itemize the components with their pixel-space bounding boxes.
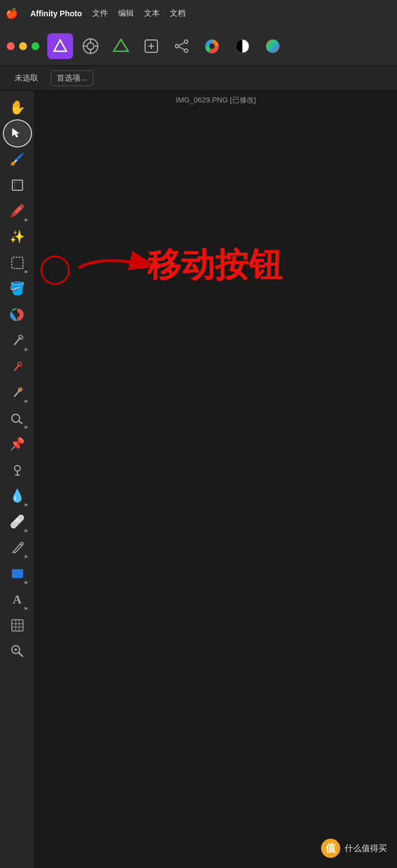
move-tool-highlight [40, 256, 70, 285]
zoom-tool[interactable] [4, 639, 30, 664]
color2-icon[interactable] [229, 33, 255, 59]
develop-icon[interactable] [78, 33, 103, 59]
svg-line-47 [19, 652, 22, 656]
svg-point-13 [175, 44, 179, 48]
svg-line-16 [179, 47, 184, 50]
svg-line-15 [179, 42, 184, 46]
canvas-title: IMG_0629.PNG [已修改] [176, 95, 256, 105]
blur-tool[interactable]: ▶ [4, 406, 30, 431]
traffic-lights [7, 42, 39, 50]
svg-rect-40 [12, 569, 23, 578]
text-tool[interactable]: A ▶ [4, 587, 30, 612]
fill-tool[interactable]: 🪣 [4, 276, 30, 301]
color-picker-tool[interactable] [4, 302, 30, 327]
sponge-tool[interactable] [4, 354, 30, 379]
canvas-area: IMG_0629.PNG [已修改] 移动按钮 值 什么值得买 [35, 91, 397, 868]
close-button[interactable] [7, 42, 15, 50]
menu-edit[interactable]: 编辑 [118, 8, 134, 19]
menubar: 🍎 Affinity Photo 文件 编辑 文本 文档 [0, 0, 397, 26]
menu-file[interactable]: 文件 [92, 8, 108, 19]
crop-tool[interactable] [4, 173, 30, 198]
affinity-photo-icon[interactable] [47, 33, 73, 59]
main-area: ✋ 🖌️ 🖍️ ▶ ✨ [0, 91, 397, 868]
magic-wand-tool[interactable]: ✨ [4, 225, 30, 249]
grid-warp-tool[interactable] [4, 613, 30, 638]
healing-tool[interactable]: 🩹 ▶ [4, 509, 30, 534]
annotation-text: 移动按钮 [147, 243, 282, 288]
dodge-burn-tool[interactable]: ▶ [4, 328, 30, 353]
vector-icon[interactable] [108, 33, 134, 59]
main-toolbar [0, 26, 397, 66]
menu-text[interactable]: 文本 [144, 8, 160, 19]
menu-document[interactable]: 文档 [170, 8, 186, 19]
paint-brush-tool[interactable]: 🖌️ [4, 147, 30, 172]
svg-rect-22 [12, 180, 22, 190]
svg-point-3 [87, 43, 94, 50]
watermark-icon-text: 值 [326, 842, 336, 855]
share-icon[interactable] [169, 33, 195, 59]
pen-tool[interactable]: ▶ [4, 535, 30, 560]
shape-tool[interactable]: ▶ [4, 561, 30, 586]
annotation-arrow [73, 251, 163, 287]
brush-tool2[interactable]: 🖍️ ▶ [4, 199, 30, 223]
watermark-icon: 值 [321, 839, 340, 858]
move-tool[interactable] [4, 121, 30, 146]
svg-line-39 [12, 552, 13, 553]
svg-rect-25 [12, 257, 23, 269]
color3-icon[interactable] [260, 33, 286, 59]
selection-tool[interactable]: ▶ [4, 250, 30, 275]
maximize-button[interactable] [31, 42, 39, 50]
retouch-tool[interactable] [4, 458, 30, 482]
svg-point-38 [20, 543, 23, 545]
svg-point-14 [184, 49, 188, 52]
svg-point-12 [184, 40, 188, 43]
preferences-button[interactable]: 首选项... [51, 70, 93, 86]
apple-icon: 🍎 [6, 7, 18, 20]
no-selection-label: 未选取 [9, 71, 44, 86]
stamp-tool[interactable]: 📌 [4, 432, 30, 457]
svg-marker-21 [12, 128, 19, 137]
left-toolbar: ✋ 🖌️ 🖍️ ▶ ✨ [0, 91, 35, 868]
svg-point-18 [209, 43, 215, 49]
subtoolbar: 未选取 首选项... [0, 66, 397, 91]
hand-tool[interactable]: ✋ [4, 95, 30, 120]
svg-point-35 [15, 466, 20, 471]
watermark: 值 什么值得买 [321, 839, 387, 858]
svg-point-20 [266, 39, 279, 53]
svg-marker-8 [114, 39, 128, 51]
svg-point-26 [15, 312, 20, 317]
color1-icon[interactable] [199, 33, 225, 59]
liquify-tool[interactable]: 💧 ▶ [4, 484, 30, 508]
clone-tool[interactable]: ▶ [4, 380, 30, 405]
svg-rect-41 [12, 620, 23, 631]
minimize-button[interactable] [19, 42, 27, 50]
app-name: Affinity Photo [30, 9, 82, 18]
export-icon[interactable] [138, 33, 164, 59]
watermark-text: 什么值得买 [345, 843, 387, 854]
svg-line-34 [19, 421, 22, 423]
